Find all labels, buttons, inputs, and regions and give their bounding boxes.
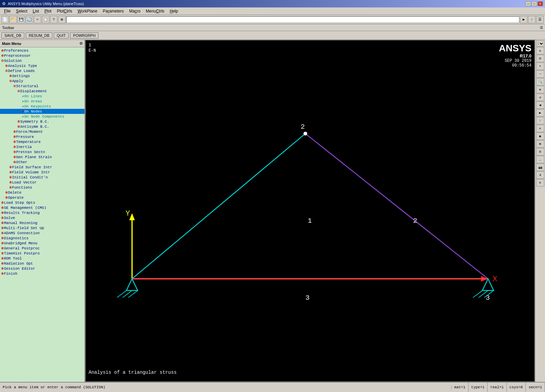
rt-btn-15[interactable]: …	[536, 156, 544, 163]
tb-cut-btn[interactable]: ✂	[34, 16, 41, 23]
tree-radiation-opt[interactable]: ⊕ Radiation Opt	[0, 261, 85, 266]
rt-btn-6[interactable]: ✥	[536, 86, 544, 93]
tree-force-moment[interactable]: ⊕ Force/Moment	[0, 129, 85, 134]
tree-apply[interactable]: ⊖ Apply	[0, 78, 85, 83]
tree-symmetry-bc[interactable]: ⊕ Symmetry B.C.	[0, 119, 85, 124]
rt-btn-12[interactable]: ◉	[536, 132, 544, 140]
svg-text:Y: Y	[125, 210, 130, 218]
rt-btn-17[interactable]: Ａ	[536, 171, 544, 179]
rt-btn-5[interactable]: 🔍	[536, 78, 544, 85]
tb-new-btn[interactable]: 📄	[1, 16, 9, 23]
tree-on-keypoints[interactable]: ↗ On Keypoints	[0, 104, 85, 109]
panel-expand-btn[interactable]: ⊙	[79, 41, 82, 46]
tree-displacement[interactable]: ⊖ Displacement	[0, 89, 85, 94]
rt-btn-1[interactable]: ↻	[536, 47, 544, 54]
tree-session-editor[interactable]: ⊕ Session Editor	[0, 266, 85, 271]
tb-help-btn[interactable]: ?	[50, 16, 57, 23]
tree-operate[interactable]: ⊕ Operate	[0, 195, 85, 200]
rt-btn-16[interactable]: 📷	[536, 164, 544, 171]
tree-general-postproc[interactable]: ⊕ General Postproc	[0, 246, 85, 251]
rt-btn-3[interactable]: +	[536, 63, 544, 70]
rt-btn-11[interactable]: ✕	[536, 125, 544, 132]
menu-help[interactable]: Help	[167, 8, 181, 14]
tree-pressure[interactable]: ⊕ Pressure	[0, 134, 85, 139]
rt-btn-10[interactable]: ↑	[536, 117, 544, 124]
tree-rom-tool[interactable]: ⊕ ROM Tool	[0, 256, 85, 261]
svg-marker-11	[482, 279, 494, 291]
tree-settings[interactable]: ⊕ Settings	[0, 73, 85, 78]
rt-btn-2[interactable]: ⊡	[536, 55, 544, 62]
menu-menuctrls[interactable]: MenuCtrls	[143, 8, 167, 14]
tree-multi-field[interactable]: ⊕ Multi-field Set Up	[0, 225, 85, 230]
tree-field-surface[interactable]: ⊕ Field Surface Intr	[0, 165, 85, 170]
quit-button[interactable]: QUIT	[54, 32, 69, 39]
save-db-button[interactable]: SAVE_DB	[1, 32, 24, 39]
tree-solve[interactable]: ⊕ Solve	[0, 215, 85, 220]
tree-manual-rezoning[interactable]: ⊕ Manual Rezoning	[0, 220, 85, 225]
tb-save-btn[interactable]: 💾	[18, 16, 25, 23]
menu-workplane[interactable]: WorkPlane	[75, 8, 100, 14]
tree-preprocessor[interactable]: ⊕ Preprocessor	[0, 53, 85, 58]
tree-timehist-postpro[interactable]: ⊕ TimeHist Postpro	[0, 251, 85, 256]
minimize-button[interactable]: —	[525, 1, 531, 6]
tree-antisymm-bc[interactable]: ⊕ Antisymm B.C.	[0, 124, 85, 129]
tree-se-management[interactable]: ⊕ SE Management (CMS)	[0, 205, 85, 210]
tree-gen-plane-strain[interactable]: ⊕ Gen Plane Strain	[0, 154, 85, 160]
rt-btn-14[interactable]: ⊟	[536, 148, 544, 155]
tree-analysis-type[interactable]: ⊕ Analysis Type	[0, 63, 85, 68]
command-input[interactable]	[66, 16, 519, 23]
tree-pretnsn-sectn[interactable]: ⊕ Pretnsn Sectn	[0, 149, 85, 154]
menu-macro[interactable]: Macro	[126, 8, 143, 14]
tree-other[interactable]: ⊕ Other	[0, 160, 85, 165]
tree-finish[interactable]: ⊕ Finish	[0, 271, 85, 276]
rt-btn-18[interactable]: ≡	[536, 179, 544, 187]
tree-temperature[interactable]: ⊕ Temperature	[0, 139, 85, 144]
tree-adams-connection[interactable]: ⊕ ADAMS Connection	[0, 230, 85, 236]
menu-plotctrls[interactable]: PlotCtrls	[54, 8, 75, 14]
tree-initial-cond[interactable]: ⊕ Initial Condit'n	[0, 175, 85, 180]
menu-file[interactable]: File	[1, 8, 13, 14]
svg-point-10	[304, 132, 307, 136]
tree-structural[interactable]: ⊖ Structural	[0, 83, 85, 89]
tree-delete[interactable]: ⊕ Delete	[0, 190, 85, 195]
tree-functions[interactable]: ⊕ Functions	[0, 185, 85, 190]
panel-header: Main Menu ⊙	[0, 40, 85, 47]
close-button[interactable]: ✕	[538, 1, 543, 6]
tb-grid-btn[interactable]: ⊞	[58, 16, 66, 23]
tb-refresh-btn[interactable]: 🔄	[26, 16, 33, 23]
menu-parameters[interactable]: Parameters	[100, 8, 126, 14]
tree-diagnostics[interactable]: ⊕ Diagnostics	[0, 236, 85, 241]
tb-exec-btn[interactable]: ▶	[520, 16, 527, 23]
tree-load-vector[interactable]: ⊕ Load Vector	[0, 180, 85, 185]
tree-unabridged-menu[interactable]: ⊕ Unabridged Menu	[0, 241, 85, 246]
tree-on-lines[interactable]: ↗ On Lines	[0, 94, 85, 99]
menu-plot[interactable]: Plot	[42, 8, 54, 14]
tree-results-tracking[interactable]: ⊕ Results Tracking	[0, 210, 85, 215]
tb-menu-btn[interactable]: ☰	[536, 16, 544, 23]
powrgrph-button[interactable]: POWRGRPH	[70, 32, 98, 39]
rt-btn-7[interactable]: ↺	[536, 94, 544, 101]
tree-on-node-components[interactable]: ↗ On Node Components	[0, 114, 85, 119]
menu-select[interactable]: Select	[13, 8, 30, 14]
layer-select[interactable]: 1 2 3	[536, 41, 544, 47]
menu-list[interactable]: List	[30, 8, 42, 14]
maximize-button[interactable]: □	[531, 1, 537, 6]
status-main-text: Pick a menu item or enter a command (SOL…	[0, 385, 452, 389]
tb-copy-btn[interactable]: 📋	[42, 16, 49, 23]
tree-field-volume[interactable]: ⊕ Field Volume Intr	[0, 170, 85, 175]
tb-up-btn[interactable]: ↑	[528, 16, 536, 23]
toolbar-corner-btn[interactable]: ☰	[540, 26, 543, 29]
rt-btn-4[interactable]: −	[536, 70, 544, 78]
rt-btn-8[interactable]: ◀	[536, 101, 544, 109]
resum-db-button[interactable]: RESUM_DB	[26, 32, 52, 39]
tree-on-areas[interactable]: ↗ On Areas	[0, 99, 85, 104]
tree-define-loads[interactable]: ⊖ Define Loads	[0, 68, 85, 73]
tree-inertia[interactable]: ⊕ Inertia	[0, 144, 85, 149]
rt-btn-13[interactable]: ⊞	[536, 140, 544, 148]
tree-load-step-opts[interactable]: ⊕ Load Step Opts	[0, 200, 85, 205]
tb-open-btn[interactable]: 📂	[9, 16, 17, 23]
rt-btn-9[interactable]: ▶	[536, 109, 544, 117]
tree-on-nodes[interactable]: ↗ On Nodes	[0, 109, 85, 114]
tree-preferences[interactable]: ⊕ Preferences	[0, 48, 85, 53]
tree-solution[interactable]: ⊖ Solution	[0, 58, 85, 63]
